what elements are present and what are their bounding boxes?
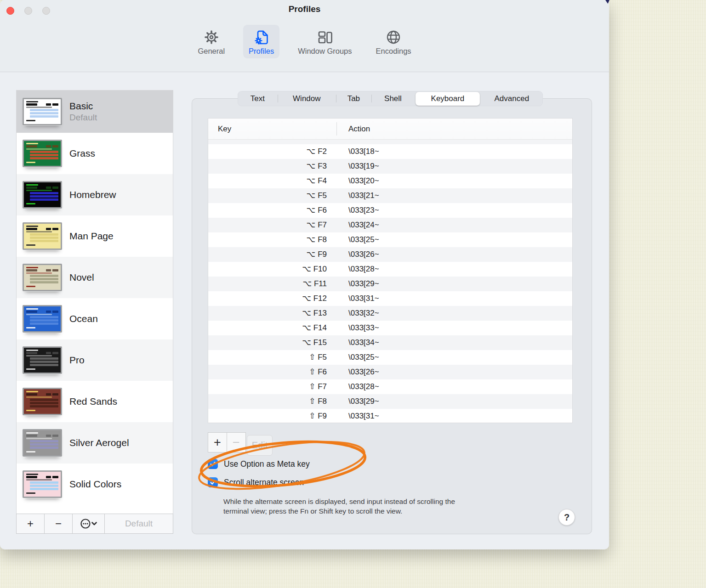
action-cell: \033[34~ bbox=[348, 335, 379, 350]
table-row[interactable]: ⇧ F8 \033[29~ bbox=[208, 394, 572, 409]
tab-label: Shell bbox=[384, 94, 402, 103]
remove-profile-button[interactable]: − bbox=[45, 514, 73, 533]
profile-thumbnail bbox=[23, 140, 62, 167]
profile-row-red-sands[interactable]: Red Sands bbox=[17, 381, 173, 422]
profile-row-homebrew[interactable]: Homebrew bbox=[17, 174, 173, 215]
key-cell: ⌥ F2 bbox=[208, 144, 327, 159]
key-cell: ⇧ F6 bbox=[208, 365, 327, 379]
checkbox-label: Scroll alternate screen bbox=[224, 478, 304, 487]
key-cell: ⌥ F6 bbox=[208, 203, 327, 218]
table-row[interactable]: ⌥ F4 \033[20~ bbox=[208, 174, 572, 188]
keybindings-table: Key Action ⌥ F2 \033[18~ ⌥ F3 \033[19~ ⌥… bbox=[208, 118, 573, 423]
profile-list-footer: + − Default bbox=[16, 514, 173, 534]
use-option-as-meta-checkbox[interactable]: Use Option as Meta key bbox=[208, 459, 310, 469]
profile-name: Red Sands bbox=[69, 396, 117, 407]
remove-key-button[interactable]: − bbox=[227, 432, 246, 452]
default-button[interactable]: Default bbox=[105, 514, 173, 533]
action-cell: \033[28~ bbox=[348, 262, 379, 277]
action-cell: \033[31~ bbox=[348, 409, 379, 423]
profile-name: Homebrew bbox=[69, 189, 116, 200]
table-row[interactable]: ⌥ F9 \033[26~ bbox=[208, 247, 572, 262]
tab-shell[interactable]: Shell bbox=[371, 91, 415, 106]
profile-row-novel[interactable]: Novel bbox=[17, 257, 173, 298]
table-row[interactable]: ⇧ F6 \033[26~ bbox=[208, 365, 572, 379]
key-cell: ⇧ F7 bbox=[208, 379, 327, 394]
profile-thumbnail bbox=[23, 429, 62, 457]
table-row[interactable]: ⌥ F12 \033[31~ bbox=[208, 291, 572, 306]
toolbar-item-profiles[interactable]: Profiles bbox=[243, 25, 279, 58]
table-row[interactable]: ⌥ F14 \033[33~ bbox=[208, 321, 572, 335]
tab-tab[interactable]: Tab bbox=[336, 91, 371, 106]
gear-icon bbox=[202, 28, 221, 46]
tab-label: Keyboard bbox=[431, 94, 465, 103]
action-cell: \033[21~ bbox=[348, 188, 379, 203]
add-key-button[interactable]: + bbox=[208, 432, 227, 452]
table-row[interactable]: ⇧ F7 \033[28~ bbox=[208, 379, 572, 394]
key-cell: ⌥ F8 bbox=[208, 232, 327, 247]
toolbar-item-general[interactable]: General bbox=[192, 25, 230, 58]
table-row[interactable]: ⇧ F9 \033[31~ bbox=[208, 409, 572, 423]
edit-key-button[interactable]: Edit bbox=[247, 435, 273, 456]
help-button[interactable]: ? bbox=[558, 509, 575, 526]
toolbar-item-label: Profiles bbox=[249, 47, 274, 56]
globe-icon bbox=[384, 28, 403, 46]
table-row[interactable]: ⌥ F3 \033[19~ bbox=[208, 159, 572, 174]
profile-row-basic[interactable]: Basic Default bbox=[17, 90, 173, 133]
table-row[interactable]: ⌥ F5 \033[21~ bbox=[208, 188, 572, 203]
key-cell: ⌥ F13 bbox=[208, 306, 327, 321]
tab-window[interactable]: Window bbox=[278, 91, 336, 106]
table-row[interactable]: ⌥ F8 \033[25~ bbox=[208, 232, 572, 247]
key-cell: ⌥ F10 bbox=[208, 262, 327, 277]
profile-name: Ocean bbox=[69, 313, 98, 324]
profile-thumbnail bbox=[23, 222, 62, 250]
profile-actions-menu-button[interactable] bbox=[73, 514, 105, 533]
chevron-down-icon bbox=[92, 523, 96, 525]
minus-icon: − bbox=[233, 435, 240, 450]
toolbar-item-window-groups[interactable]: Window Groups bbox=[292, 25, 357, 58]
question-mark-icon: ? bbox=[564, 512, 569, 523]
table-row[interactable]: ⌥ F15 \033[34~ bbox=[208, 335, 572, 350]
profile-thumbnail bbox=[23, 388, 62, 415]
scroll-alternate-screen-checkbox[interactable]: Scroll alternate screen bbox=[208, 477, 304, 487]
profile-row-solid-colors[interactable]: Solid Colors bbox=[17, 464, 173, 505]
tab-text[interactable]: Text bbox=[238, 91, 278, 106]
profile-name: Novel bbox=[69, 272, 94, 283]
table-row[interactable]: ⌥ F11 \033[29~ bbox=[208, 277, 572, 291]
profile-thumbnail bbox=[23, 346, 62, 374]
scroll-alternate-help-text: While the alternate screen is displayed,… bbox=[223, 497, 536, 516]
profile-row-grass[interactable]: Grass bbox=[17, 133, 173, 174]
profile-thumbnail bbox=[23, 264, 62, 291]
window-title: Profiles bbox=[0, 4, 609, 14]
action-cell: \033[23~ bbox=[348, 203, 379, 218]
action-cell: \033[32~ bbox=[348, 306, 379, 321]
tab-keyboard[interactable]: Keyboard bbox=[416, 92, 480, 106]
toolbar-item-label: Window Groups bbox=[298, 47, 352, 56]
toolbar-item-encodings[interactable]: Encodings bbox=[370, 25, 417, 58]
profile-row-ocean[interactable]: Ocean bbox=[17, 298, 173, 339]
profile-thumbnail bbox=[23, 181, 62, 209]
profile-doc-icon bbox=[252, 28, 271, 46]
partial-row bbox=[208, 140, 572, 144]
action-cell: \033[31~ bbox=[348, 291, 379, 306]
action-cell: \033[26~ bbox=[348, 247, 379, 262]
table-row[interactable]: ⌥ F6 \033[23~ bbox=[208, 203, 572, 218]
table-row[interactable]: ⌥ F2 \033[18~ bbox=[208, 144, 572, 159]
table-row[interactable]: ⇧ F5 \033[25~ bbox=[208, 350, 572, 365]
profile-name: Man Page bbox=[69, 231, 114, 242]
column-header-action: Action bbox=[348, 119, 370, 139]
table-body: ⌥ F2 \033[18~ ⌥ F3 \033[19~ ⌥ F4 \033[20… bbox=[208, 144, 572, 423]
action-cell: \033[20~ bbox=[348, 174, 379, 188]
preferences-window: Profiles bbox=[0, 0, 609, 549]
table-row[interactable]: ⌥ F7 \033[24~ bbox=[208, 218, 572, 232]
action-cell: \033[29~ bbox=[348, 394, 379, 409]
table-row[interactable]: ⌥ F10 \033[28~ bbox=[208, 262, 572, 277]
profile-row-man-page[interactable]: Man Page bbox=[17, 215, 173, 257]
profile-row-silver-aerogel[interactable]: Silver Aerogel bbox=[17, 422, 173, 464]
checkbox-icon bbox=[208, 477, 218, 487]
add-profile-button[interactable]: + bbox=[17, 514, 45, 533]
profile-tab-bar: Text Window Tab Shell Keyboard Advanced bbox=[238, 91, 543, 106]
action-cell: \033[26~ bbox=[348, 365, 379, 379]
tab-advanced[interactable]: Advanced bbox=[481, 91, 543, 106]
profile-row-pro[interactable]: Pro bbox=[17, 339, 173, 381]
table-row[interactable]: ⌥ F13 \033[32~ bbox=[208, 306, 572, 321]
